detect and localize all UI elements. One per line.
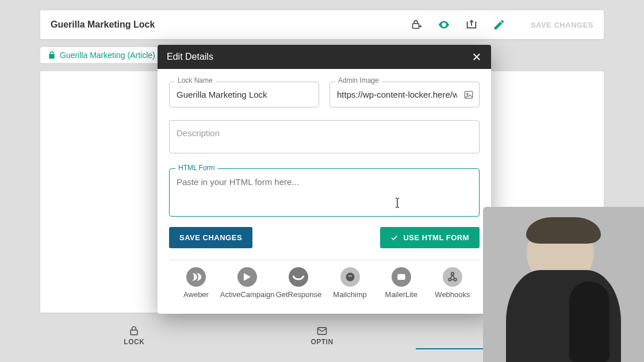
svg-point-12: [346, 273, 354, 282]
description-field: [169, 120, 480, 156]
lock-icon: [47, 51, 56, 60]
provider-label: Webhooks: [435, 290, 470, 299]
svg-point-3: [443, 24, 445, 26]
svg-point-13: [348, 275, 350, 276]
aweber-icon: [186, 267, 206, 287]
save-changes-disabled: SAVE CHANGES: [531, 21, 593, 29]
presenter-webcam: [483, 207, 644, 362]
webhooks-icon: [443, 267, 462, 287]
svg-point-11: [467, 93, 468, 94]
html-form-input[interactable]: [170, 169, 479, 216]
svg-point-14: [350, 275, 351, 276]
provider-label: ActiveCampaign: [220, 290, 275, 299]
provider-label: Aweber: [183, 290, 209, 299]
open-new-icon[interactable]: [465, 18, 478, 31]
microphone: [569, 282, 610, 362]
image-icon[interactable]: [463, 90, 474, 100]
provider-getresponse[interactable]: GetResponse: [274, 267, 323, 299]
page-header: Guerilla Marketing Lock SAVE CHANGES: [40, 10, 604, 39]
provider-label: MailerLite: [385, 290, 417, 299]
provider-row: Aweber ActiveCampaign GetResponse Mailch…: [169, 267, 480, 305]
edit-icon[interactable]: [493, 18, 505, 31]
use-html-form-button[interactable]: USE HTML FORM: [380, 227, 480, 248]
lock-name-label: Lock Name: [175, 76, 216, 84]
modal-title: Edit Details: [167, 52, 213, 62]
use-html-form-label: USE HTML FORM: [403, 233, 469, 242]
provider-activecampaign[interactable]: ActiveCampaign: [223, 267, 272, 299]
chip-label: Guerilla Marketing (Article): [60, 51, 155, 60]
tab-optin[interactable]: OPTIN: [228, 323, 416, 349]
admin-image-label: Admin Image: [335, 76, 382, 84]
admin-image-field: Admin Image: [329, 82, 480, 107]
article-chip[interactable]: Guerilla Marketing (Article): [40, 47, 162, 63]
save-changes-button[interactable]: SAVE CHANGES: [169, 227, 252, 248]
svg-rect-15: [397, 274, 405, 280]
provider-aweber[interactable]: Aweber: [171, 267, 221, 299]
lock-add-icon[interactable]: [410, 18, 423, 31]
lock-name-input[interactable]: [169, 82, 319, 107]
edit-details-modal: Edit Details Lock Name Admin Image HTML …: [158, 45, 491, 314]
svg-rect-4: [131, 330, 137, 334]
modal-header: Edit Details: [158, 45, 491, 69]
provider-label: Mailchimp: [333, 290, 367, 299]
mailerlite-icon: [392, 267, 411, 287]
provider-label: GetResponse: [276, 290, 322, 299]
page-title: Guerilla Marketing Lock: [51, 20, 410, 30]
close-icon[interactable]: [471, 52, 482, 62]
tab-lock[interactable]: LOCK: [40, 323, 228, 349]
admin-image-input[interactable]: [329, 82, 480, 107]
mailchimp-icon: [340, 267, 360, 287]
svg-rect-0: [413, 24, 419, 28]
activecampaign-icon: [237, 267, 257, 287]
getresponse-icon: [289, 267, 308, 287]
tab-optin-label: OPTIN: [310, 338, 333, 346]
description-input[interactable]: [169, 120, 480, 153]
eye-icon[interactable]: [438, 18, 450, 31]
html-form-label: HTML Form: [175, 164, 218, 172]
check-icon: [390, 234, 398, 242]
lock-name-field: Lock Name: [169, 82, 319, 107]
svg-point-18: [451, 272, 454, 275]
save-changes-label: SAVE CHANGES: [179, 233, 242, 242]
provider-mailchimp[interactable]: Mailchimp: [325, 267, 375, 299]
provider-mailerlite[interactable]: MailerLite: [377, 267, 426, 299]
provider-webhooks[interactable]: Webhooks: [428, 267, 477, 299]
html-form-field: HTML Form: [169, 168, 480, 217]
tab-lock-label: LOCK: [124, 338, 144, 346]
